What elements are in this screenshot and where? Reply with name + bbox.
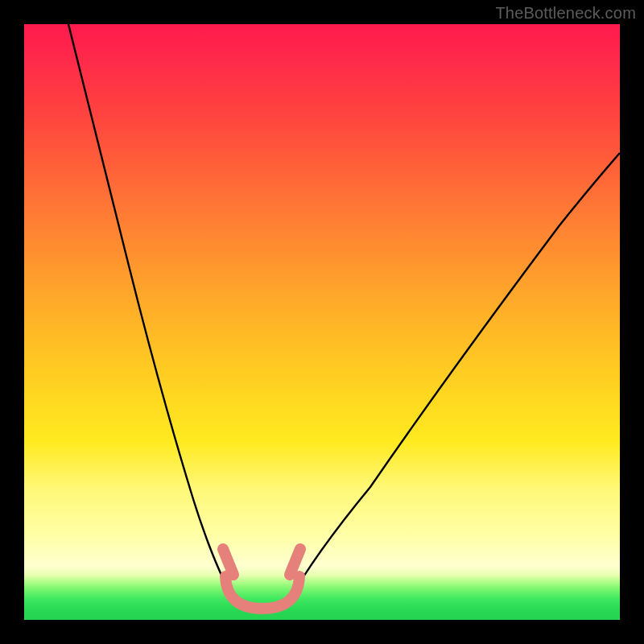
chart-frame: TheBottleneck.com [0, 0, 644, 644]
bottom-marker [225, 576, 299, 609]
right-branch-curve [288, 153, 620, 602]
left-branch-curve [68, 24, 235, 602]
plot-area [24, 24, 620, 620]
curve-layer [24, 24, 620, 620]
watermark-text: TheBottleneck.com [495, 4, 636, 23]
